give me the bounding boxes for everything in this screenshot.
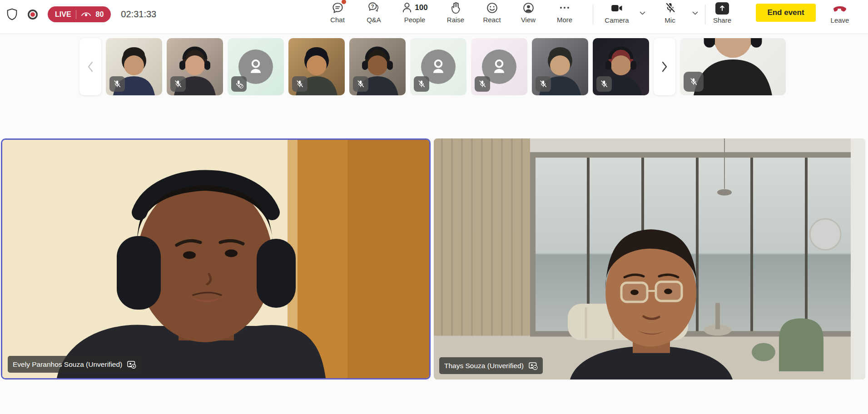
participant-filmstrip [79, 38, 786, 95]
camera-label: Camera [605, 16, 629, 24]
qa-button[interactable]: ? Q&A [359, 1, 389, 27]
person-icon [429, 57, 448, 76]
people-button[interactable]: 100 People [395, 1, 434, 27]
mic-muted-badge [414, 76, 429, 92]
mic-off-icon [174, 79, 183, 89]
filmstrip-scroll-right-button[interactable] [654, 38, 675, 95]
mic-off-icon [417, 79, 426, 89]
presenter-thumbnail[interactable] [680, 38, 786, 95]
participant-thumbnail[interactable] [228, 38, 284, 95]
qa-icon: ? [367, 1, 380, 15]
leave-label: Leave [831, 16, 849, 24]
react-label: React [483, 16, 501, 24]
raise-label: Raise [447, 16, 464, 24]
divider [76, 10, 76, 19]
participant-thumbnail[interactable] [593, 38, 649, 95]
chat-notification-dot [342, 0, 346, 4]
participant-thumbnail[interactable] [471, 38, 527, 95]
chat-label: Chat [330, 16, 345, 24]
share-button[interactable]: Share [709, 1, 736, 28]
react-smiley-icon [486, 1, 498, 15]
speaker-2-video [434, 138, 865, 380]
camera-icon [610, 1, 623, 15]
person-icon [246, 57, 265, 76]
viewer-count: 80 [96, 10, 104, 19]
participant-thumbnail[interactable] [349, 38, 406, 95]
mic-muted-icon [664, 1, 676, 15]
stage-tile-speaker-2[interactable]: Thays Souza (Unverified) [434, 138, 865, 380]
mic-muted-badge [292, 76, 308, 92]
stage-tile-speaker-1[interactable]: Evely Paranhos Souza (Unverified) [1, 138, 431, 380]
speaker-1-name-tag: Evely Paranhos Souza (Unverified) [8, 356, 141, 373]
end-event-button[interactable]: End event [756, 4, 816, 22]
mic-off-icon [539, 79, 548, 89]
mic-off-icon [356, 79, 365, 89]
filmstrip-thumbnails [106, 38, 649, 95]
person-icon [490, 57, 509, 76]
participant-thumbnail[interactable] [106, 38, 162, 95]
mic-muted-badge [684, 72, 704, 92]
speaker-2-name: Thays Souza (Unverified) [444, 362, 524, 370]
security-shield-icon[interactable] [6, 8, 18, 20]
mic-muted-badge [231, 76, 247, 92]
mic-off-icon [295, 79, 304, 89]
mic-options-chevron[interactable] [689, 6, 701, 20]
mic-off-icon [113, 79, 122, 89]
svg-text:?: ? [371, 4, 374, 9]
people-label: People [404, 16, 426, 24]
live-badge[interactable]: LIVE 80 [48, 6, 111, 22]
qa-label: Q&A [367, 16, 381, 24]
mic-off-icon [600, 79, 609, 89]
mic-label: Mic [665, 16, 675, 24]
empty-footer-area [0, 380, 868, 414]
leave-button[interactable]: Leave [826, 1, 854, 28]
mic-button[interactable]: Mic [654, 1, 686, 28]
mic-muted-badge [536, 76, 551, 92]
recording-indicator-icon [27, 9, 39, 20]
top-toolbar: LIVE 80 02:31:33 Chat [0, 0, 868, 34]
mic-muted-badge [353, 76, 368, 92]
chat-button[interactable]: Chat [322, 1, 352, 27]
more-dots-icon [559, 1, 570, 15]
mic-off-icon [689, 77, 698, 86]
view-icon [522, 1, 535, 15]
identity-badge-icon [127, 360, 136, 369]
participant-thumbnail[interactable] [288, 38, 345, 95]
camera-button[interactable]: Camera [600, 1, 633, 28]
view-label: View [521, 16, 536, 24]
participant-thumbnail[interactable] [167, 38, 223, 95]
toolbar-divider [705, 5, 705, 25]
share-icon [715, 1, 729, 15]
speaker-2-name-tag: Thays Souza (Unverified) [439, 357, 543, 374]
view-button[interactable]: View [513, 1, 543, 27]
share-label: Share [713, 16, 731, 24]
mic-muted-badge [170, 76, 186, 92]
filmstrip-scroll-left-button[interactable] [79, 38, 101, 95]
react-button[interactable]: React [477, 1, 507, 27]
speaker-1-name: Evely Paranhos Souza (Unverified) [13, 360, 122, 369]
people-icon [402, 2, 412, 14]
mic-muted-badge [109, 76, 125, 92]
chat-icon [332, 1, 344, 15]
leave-call-icon [833, 1, 847, 15]
more-button[interactable]: More [550, 1, 580, 27]
raise-hand-button[interactable]: Raise [441, 1, 471, 27]
people-count: 100 [415, 3, 427, 12]
more-label: More [557, 16, 572, 24]
raise-hand-icon [450, 1, 461, 15]
identity-badge-icon [528, 361, 538, 370]
event-timer: 02:31:33 [121, 9, 156, 20]
mic-off-icon [478, 79, 487, 89]
mic-muted-badge [475, 76, 490, 92]
participant-thumbnail[interactable] [532, 38, 588, 95]
viewers-eye-icon [81, 11, 91, 18]
participant-thumbnail[interactable] [410, 38, 466, 95]
mic-muted-badge [596, 76, 612, 92]
live-label: LIVE [55, 10, 71, 19]
mic-blocked-icon [234, 79, 244, 89]
toolbar-divider [593, 5, 593, 25]
camera-options-chevron[interactable] [636, 6, 649, 20]
speaker-1-video [2, 140, 429, 378]
